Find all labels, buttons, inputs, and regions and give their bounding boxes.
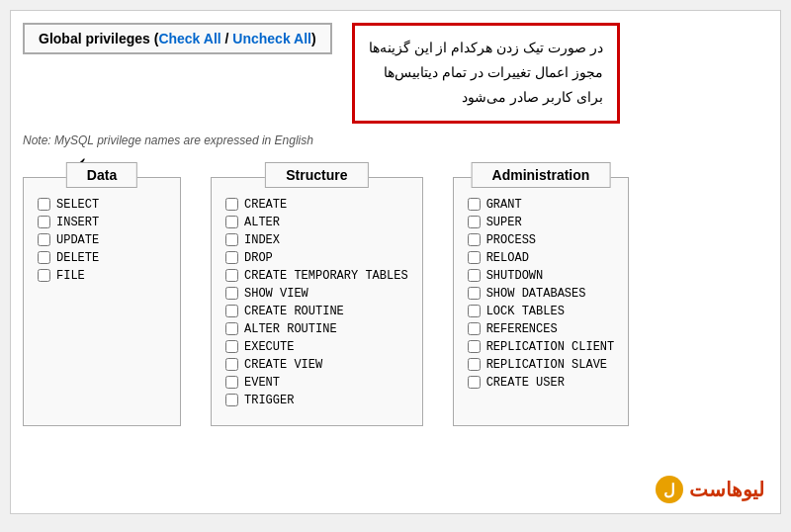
list-item: SHOW VIEW — [225, 287, 408, 301]
file-label: FILE — [56, 269, 85, 283]
list-item: REPLICATION SLAVE — [468, 358, 615, 372]
insert-checkbox[interactable] — [38, 216, 50, 228]
close-paren: ) — [311, 31, 316, 46]
list-item: INSERT — [38, 216, 166, 229]
create-user-checkbox[interactable] — [468, 376, 481, 389]
administration-column: Administration GRANT SUPER PROCESS RELOA… — [453, 177, 630, 426]
super-checkbox[interactable] — [468, 216, 481, 228]
select-checkbox[interactable] — [38, 198, 50, 211]
list-item: CREATE TEMPORARY TABLES — [225, 269, 408, 283]
list-item: EVENT — [225, 376, 408, 390]
create-temp-checkbox[interactable] — [225, 269, 238, 282]
logo-icon: ل — [656, 476, 683, 503]
list-item: RELOAD — [468, 251, 615, 265]
list-item: PROCESS — [468, 233, 615, 247]
process-checkbox[interactable] — [468, 233, 481, 246]
references-checkbox[interactable] — [468, 322, 481, 335]
list-item: ALTER — [225, 216, 408, 229]
lock-tables-checkbox[interactable] — [468, 305, 481, 317]
logo-text: لیوهاست — [689, 478, 764, 501]
show-databases-checkbox[interactable] — [468, 287, 481, 300]
list-item: REPLICATION CLIENT — [468, 340, 615, 354]
list-item: SHUTDOWN — [468, 269, 615, 283]
trigger-checkbox[interactable] — [225, 394, 238, 406]
global-privileges-box: Global privileges (Check All / Uncheck A… — [23, 23, 332, 54]
list-item: UPDATE — [38, 233, 166, 247]
list-item: CREATE VIEW — [225, 358, 408, 372]
update-checkbox[interactable] — [38, 233, 50, 246]
index-checkbox[interactable] — [225, 233, 238, 246]
global-privileges-label: Global privileges ( — [39, 31, 158, 46]
administration-column-title: Administration — [472, 162, 611, 188]
columns-row: Data SELECT INSERT UPDATE DELETE — [23, 177, 768, 426]
reload-checkbox[interactable] — [468, 251, 481, 264]
update-label: UPDATE — [56, 233, 99, 247]
replication-slave-checkbox[interactable] — [468, 358, 481, 371]
data-column-title: Data — [66, 162, 137, 188]
tooltip-line1: در صورت تیک زدن هرکدام از این گزینه‌ها — [369, 36, 603, 60]
list-item: SELECT — [38, 198, 166, 212]
check-all-link[interactable]: Check All — [158, 31, 220, 46]
tooltip-line2: مجوز اعمال تغییرات در تمام دیتابیس‌ها — [369, 60, 603, 85]
list-item: LOCK TABLES — [468, 305, 615, 318]
list-item: DROP — [225, 251, 408, 265]
shutdown-checkbox[interactable] — [468, 269, 481, 282]
create-view-checkbox[interactable] — [225, 358, 238, 371]
file-checkbox[interactable] — [38, 269, 50, 282]
structure-priv-list: CREATE ALTER INDEX DROP CREATE TEMPORARY… — [225, 198, 408, 407]
list-item: REFERENCES — [468, 322, 615, 336]
list-item: ALTER ROUTINE — [225, 322, 408, 336]
footer-logo: ل لیوهاست — [656, 476, 764, 503]
list-item: FILE — [38, 269, 166, 283]
list-item: INDEX — [225, 233, 408, 247]
create-checkbox[interactable] — [225, 198, 238, 211]
note-row: Note: MySQL privilege names are expresse… — [23, 133, 768, 147]
drop-checkbox[interactable] — [225, 251, 238, 264]
list-item: SHOW DATABASES — [468, 287, 615, 301]
list-item: CREATE — [225, 198, 408, 212]
select-label: SELECT — [56, 198, 99, 212]
uncheck-all-link[interactable]: Uncheck All — [232, 31, 311, 46]
alter-routine-checkbox[interactable] — [225, 322, 238, 335]
delete-checkbox[interactable] — [38, 251, 50, 264]
grant-checkbox[interactable] — [468, 198, 481, 211]
header-row: Global privileges (Check All / Uncheck A… — [23, 23, 768, 124]
create-routine-checkbox[interactable] — [225, 305, 238, 317]
replication-client-checkbox[interactable] — [468, 340, 481, 353]
administration-priv-list: GRANT SUPER PROCESS RELOAD SHUTDOWN SHOW… — [468, 198, 615, 390]
list-item: CREATE ROUTINE — [225, 305, 408, 318]
list-item: TRIGGER — [225, 394, 408, 407]
insert-label: INSERT — [56, 216, 99, 229]
data-column: Data SELECT INSERT UPDATE DELETE — [23, 177, 181, 426]
list-item: SUPER — [468, 216, 615, 229]
list-item: GRANT — [468, 198, 615, 212]
tooltip-box: در صورت تیک زدن هرکدام از این گزینه‌ها م… — [352, 23, 620, 124]
list-item: EXECUTE — [225, 340, 408, 354]
alter-checkbox[interactable] — [225, 216, 238, 228]
separator: / — [221, 31, 233, 46]
data-priv-list: SELECT INSERT UPDATE DELETE FILE — [38, 198, 166, 283]
main-container: Global privileges (Check All / Uncheck A… — [10, 10, 781, 514]
structure-column: Structure CREATE ALTER INDEX DROP CREATE… — [211, 177, 423, 426]
list-item: DELETE — [38, 251, 166, 265]
structure-column-title: Structure — [265, 162, 368, 188]
execute-checkbox[interactable] — [225, 340, 238, 353]
show-view-checkbox[interactable] — [225, 287, 238, 300]
event-checkbox[interactable] — [225, 376, 238, 389]
tooltip-line3: برای کاربر صادر می‌شود — [369, 85, 603, 110]
delete-label: DELETE — [56, 251, 99, 265]
note-text: Note: MySQL privilege names are expresse… — [23, 133, 313, 147]
list-item: CREATE USER — [468, 376, 615, 390]
